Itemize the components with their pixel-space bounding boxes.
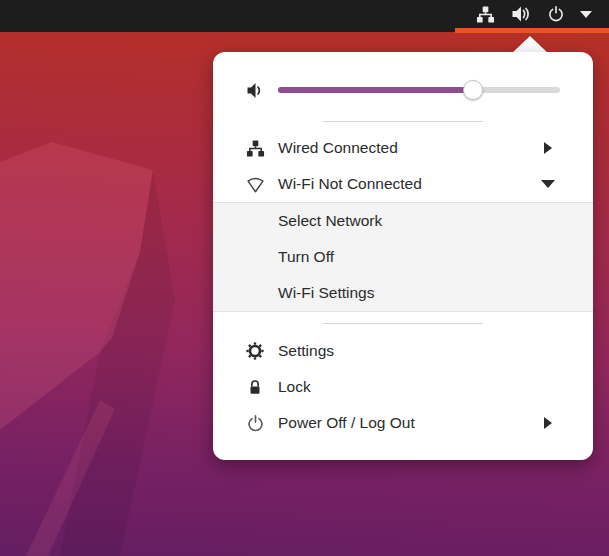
menu-item-label: Settings: [278, 342, 573, 360]
divider: [323, 323, 483, 324]
wifi-icon: [243, 175, 267, 194]
menu-item-wifi-settings[interactable]: Wi-Fi Settings: [213, 275, 593, 311]
menu-item-power-off-log-out[interactable]: Power Off / Log Out: [213, 405, 593, 441]
network-wired-icon: [476, 5, 495, 24]
network-wired-icon: [243, 139, 267, 158]
menu-item-label: Wi-Fi Not Connected: [278, 175, 541, 193]
menu-notch-arrow: [512, 36, 548, 53]
volume-slider-fill: [278, 87, 473, 93]
wifi-submenu: Select Network Turn Off Wi-Fi Settings: [213, 202, 593, 312]
menu-item-lock[interactable]: Lock: [213, 369, 593, 405]
volume-slider-handle[interactable]: [463, 80, 483, 100]
speaker-icon: [243, 80, 267, 101]
system-tray-button[interactable]: [462, 0, 609, 28]
caret-down-icon: [580, 11, 592, 18]
menu-item-select-network[interactable]: Select Network: [213, 203, 593, 239]
menu-item-label: Select Network: [278, 212, 573, 230]
menu-item-turn-off[interactable]: Turn Off: [213, 239, 593, 275]
menu-item-wired-connected[interactable]: Wired Connected: [213, 130, 593, 166]
active-indicator: [455, 28, 609, 33]
divider: [323, 121, 483, 122]
volume-slider[interactable]: [278, 80, 560, 100]
lock-icon: [243, 378, 267, 396]
chevron-right-icon: [544, 417, 552, 429]
volume-row: [243, 72, 560, 108]
menu-item-settings[interactable]: Settings: [213, 333, 593, 369]
menu-item-label: Power Off / Log Out: [278, 414, 544, 432]
power-icon: [547, 5, 565, 23]
menu-item-label: Wired Connected: [278, 139, 544, 157]
chevron-right-icon: [544, 142, 552, 154]
menu-item-label: Wi-Fi Settings: [278, 284, 573, 302]
volume-icon: [510, 3, 532, 25]
menu-item-label: Turn Off: [278, 248, 573, 266]
power-icon: [243, 414, 267, 433]
chevron-down-icon: [541, 180, 555, 188]
gear-icon: [243, 341, 267, 361]
system-menu: Wired Connected Wi-Fi Not Connected Sele…: [213, 52, 593, 460]
top-bar: [0, 0, 609, 32]
menu-item-wifi[interactable]: Wi-Fi Not Connected: [213, 166, 593, 202]
menu-item-label: Lock: [278, 378, 573, 396]
